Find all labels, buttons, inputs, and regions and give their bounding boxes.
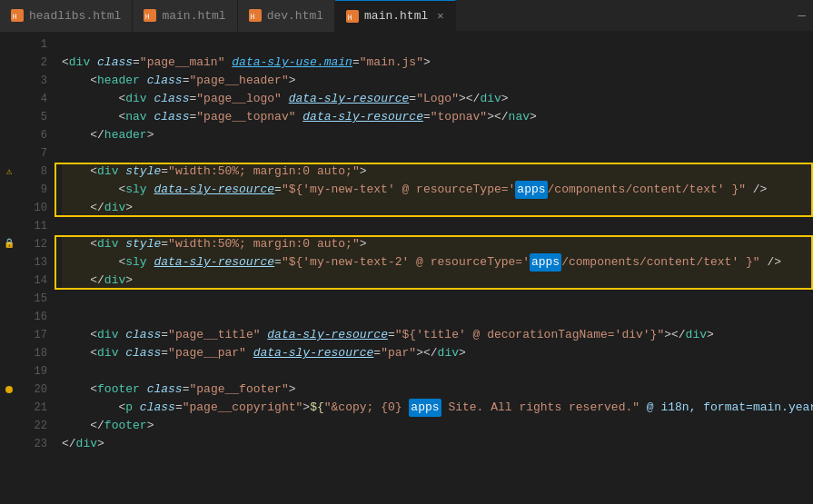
- gutter-20: [0, 380, 18, 399]
- ln-13: 13: [18, 253, 47, 272]
- lt20: <: [90, 380, 97, 399]
- breakpoint-icon[interactable]: [5, 386, 13, 393]
- indent3: [62, 72, 90, 90]
- val-style8: "width:50%; margin:0 auto;": [168, 163, 360, 181]
- window-minimize[interactable]: —: [798, 8, 813, 23]
- tab-label-main1: main.html: [162, 9, 225, 23]
- attr-class18: class: [125, 344, 161, 362]
- sp9: [147, 181, 154, 199]
- attr-i18n: @ i18n, format=main.year, con: [647, 399, 813, 417]
- gt23: >: [97, 435, 104, 453]
- tag-div18b: div: [438, 344, 459, 362]
- tag-div8: div: [97, 163, 118, 181]
- val-sly9: "${'my-new-text' @ resourceType=': [282, 181, 515, 199]
- gt20: >: [289, 380, 296, 399]
- gt18b: >: [459, 344, 466, 362]
- indent10: [62, 199, 90, 217]
- slash9: />: [746, 181, 767, 199]
- val-logo: "page__logo": [196, 90, 282, 108]
- val-copy2: Site. All: [441, 399, 520, 417]
- val-rights: rights: [519, 399, 561, 417]
- lt4: <: [118, 90, 125, 108]
- attr-datasly9: data-sly-resource: [154, 181, 274, 199]
- sp4b: [282, 90, 289, 108]
- code-line-10: </div>: [62, 199, 813, 217]
- val-sly13b: /components/content/text' }": [561, 253, 759, 272]
- eq5: =: [189, 108, 196, 126]
- code-line-22: </footer>: [62, 417, 813, 435]
- bracket: <: [62, 54, 69, 72]
- lt6: </: [90, 126, 104, 144]
- attr-datasly5: data-sly-resource: [302, 108, 423, 126]
- indent6: [62, 126, 90, 144]
- lt22: </: [90, 417, 104, 435]
- lt10: </: [90, 199, 104, 217]
- indent20: [62, 380, 90, 399]
- tab-main2[interactable]: H main.html ✕: [335, 0, 455, 32]
- tag-div4b: div: [480, 90, 501, 108]
- code-line-16: [62, 308, 813, 326]
- code-line-4: <div class="page__logo" data-sly-resourc…: [62, 90, 813, 108]
- code-line-6: </header>: [62, 126, 813, 144]
- tag-header: header: [97, 72, 140, 90]
- tag-div10: div: [104, 199, 125, 217]
- attr-class5: class: [154, 108, 189, 126]
- ln-6: 6: [18, 126, 47, 144]
- val-header: "page__header": [189, 72, 288, 90]
- sp5: [147, 108, 154, 126]
- lock-icon: 🔒: [4, 235, 15, 253]
- gt10: >: [125, 199, 133, 217]
- sp3: [140, 72, 147, 90]
- code-line-3: <header class="page__header">: [62, 72, 813, 90]
- ln-17: 17: [18, 326, 47, 344]
- val-class17: "page__title": [168, 326, 260, 344]
- eq8: =: [161, 163, 168, 181]
- svg-text:H: H: [250, 13, 254, 21]
- indent5: [62, 108, 118, 126]
- gt21: >: [302, 399, 310, 417]
- sp5b: [296, 108, 303, 126]
- ln-23: 23: [18, 435, 47, 453]
- gutter-15: [0, 290, 18, 308]
- gt8: >: [360, 163, 367, 181]
- gutter-7: [0, 144, 18, 163]
- indent22: [62, 417, 90, 435]
- tab-main1[interactable]: H main.html: [133, 0, 237, 32]
- gutter-6: [0, 126, 18, 144]
- eq5b: =: [423, 108, 431, 126]
- attr-class3: class: [147, 72, 183, 90]
- tab-dev[interactable]: H dev.html: [238, 0, 335, 32]
- tab-label-dev: dev.html: [267, 9, 323, 23]
- val-topnav2: "topnav": [431, 108, 487, 126]
- val-title17: "${'title' @ decorationTagName='div'}": [395, 326, 664, 344]
- sp18b: [246, 344, 253, 362]
- editor: ⚠ 🔒 1 2 3 4 5 6 7 8 9 10 11 12 13 14 15 …: [0, 32, 813, 504]
- eq20: =: [183, 380, 190, 399]
- indent14: [62, 272, 90, 290]
- code-editor[interactable]: <div class="page__main" data-sly-use.mai…: [55, 32, 813, 504]
- eq9: =: [274, 181, 282, 199]
- lt3: <: [90, 72, 97, 90]
- sp21: [133, 399, 140, 417]
- gutter-23: [0, 435, 18, 453]
- lt18: <: [90, 344, 97, 362]
- tag-div12: div: [97, 235, 118, 253]
- code-line-9: <sly data-sly-resource="${'my-new-text' …: [62, 181, 813, 199]
- code-line-15: [62, 290, 813, 308]
- attr-style12: style: [125, 235, 161, 253]
- sp4: [147, 90, 154, 108]
- gutter-18: [0, 344, 18, 362]
- code-line-17: <div class="page__title" data-sly-resour…: [62, 326, 813, 344]
- sp17: [118, 326, 125, 344]
- blue-hl-1: apps: [515, 181, 547, 199]
- attr-class: class: [97, 54, 133, 72]
- space: [90, 54, 97, 72]
- code-line-13: <sly data-sly-resource="${'my-new-text-2…: [62, 253, 813, 272]
- tag-nav2: nav: [509, 108, 530, 126]
- tab-headlibs[interactable]: H headlibs.html: [0, 0, 133, 32]
- sp20: [140, 380, 147, 399]
- eq13: =: [274, 253, 282, 272]
- tab-close-button[interactable]: ✕: [437, 9, 443, 23]
- gutter-13: [0, 253, 18, 272]
- gutter-12: 🔒: [0, 235, 18, 253]
